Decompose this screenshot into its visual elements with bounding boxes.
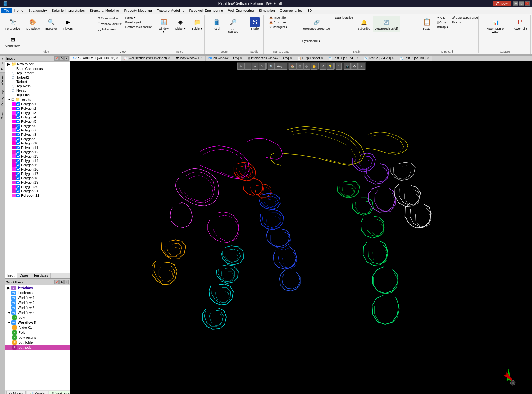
tab-message-log[interactable]: Message log — [0, 88, 5, 109]
vp-btn-fit[interactable]: ⊡ — [296, 63, 303, 70]
tree-item-polygon-15[interactable]: Polygon 15 — [5, 163, 70, 167]
wf-item-wf1[interactable]: W Workflow 1 — [5, 295, 70, 300]
tab-templates[interactable]: Templates — [31, 273, 51, 278]
poly-checkbox-14[interactable] — [16, 159, 20, 163]
tab-well-section[interactable]: 📈 Well section (Well Intersect) ✕ — [121, 56, 173, 61]
panel-float-button[interactable]: ⧉ — [59, 56, 64, 61]
all-sources-button[interactable]: 🔎 All sources — [225, 16, 241, 35]
sheet-tab-close[interactable]: ✕ — [321, 57, 323, 60]
poly-checkbox-3[interactable] — [16, 111, 20, 115]
tab-test3[interactable]: 📉 Test_3 [SSTVD] ✕ — [397, 56, 432, 61]
tree-item-polygon-12[interactable]: Polygon 12 — [5, 150, 70, 154]
close-button[interactable]: ✕ — [525, 1, 530, 6]
tab-input[interactable]: Input — [5, 273, 17, 278]
menu-simulation[interactable]: Simulation — [256, 8, 277, 13]
tree-item-polygon-22[interactable]: Polygon 22 — [5, 193, 70, 198]
tree-item-polygon-5[interactable]: Polygon 5 — [5, 119, 70, 124]
tree-item-polygon-17[interactable]: Polygon 17 — [5, 172, 70, 176]
poly-checkbox-1[interactable] — [16, 102, 20, 106]
menu-well[interactable]: Well Engineering — [225, 8, 256, 13]
tree-item-polygon-9[interactable]: Polygon 9 — [5, 137, 70, 141]
tree-item-polygon-8[interactable]: Polygon 8 — [5, 132, 70, 137]
tree-item-polygon-11[interactable]: Polygon 11 — [5, 145, 70, 150]
poly-checkbox-19[interactable] — [16, 181, 20, 184]
vp-btn-rotate[interactable]: ↺ — [320, 63, 326, 70]
checkbox-results[interactable]: ☑ — [11, 98, 14, 101]
tree-item-polygon-4[interactable]: Polygon 4 — [5, 115, 70, 119]
tree-item-polygon-2[interactable]: Polygon 2 — [5, 106, 70, 111]
poly-checkbox-6[interactable] — [16, 124, 20, 128]
restore-tools-button[interactable]: Restore tools position — [124, 25, 154, 29]
tree-item-polygon-14[interactable]: Polygon 14 — [5, 158, 70, 163]
poly-checkbox-9[interactable] — [16, 137, 20, 141]
menu-home[interactable]: Home — [12, 8, 26, 13]
vp-btn-nav4[interactable]: ⟳ — [259, 63, 266, 70]
data-liberation-button[interactable]: Data liberation — [334, 16, 355, 20]
paint-button[interactable]: Paint ▾ — [451, 20, 480, 25]
poly-checkbox-18[interactable] — [16, 176, 20, 180]
panes-button[interactable]: Panes ▾ — [124, 16, 154, 20]
tree-item-polygon-16[interactable]: Polygon 16 — [5, 167, 70, 172]
wf-item-poly-results[interactable]: P poly-results — [5, 335, 70, 340]
poly-checkbox-15[interactable] — [16, 163, 20, 167]
map-tab-close[interactable]: ✕ — [200, 57, 203, 60]
tree-item-polygon-1[interactable]: Polygon 1 — [5, 102, 70, 106]
test3-tab-close[interactable]: ✕ — [427, 57, 430, 60]
menu-reservoir[interactable]: Reservoir Engineering — [187, 8, 226, 13]
tree-item-tarbert1[interactable]: ⬡ Tarbert1 — [5, 80, 70, 84]
menu-fracture[interactable]: Fracture Modeling — [154, 8, 187, 13]
autorefresh-button[interactable]: 🔄 Autorefresh on/off — [373, 16, 400, 32]
tree-item-polygon-19[interactable]: Polygon 19 — [5, 180, 70, 185]
studio-button[interactable]: S Studio — [247, 16, 262, 32]
panel-close-button[interactable]: ✕ — [64, 56, 69, 61]
tab-workflows[interactable]: ⚙ Workflows — [49, 391, 73, 394]
synchronize-button[interactable]: Synchronize ▾ — [301, 39, 322, 43]
wf-item-folder01[interactable]: F folder 01 — [5, 325, 70, 330]
vp-btn-camera[interactable]: 📷 — [344, 63, 351, 70]
inspector-button[interactable]: 🔍 Inspector — [43, 16, 59, 32]
tree-item-new-folder[interactable]: ▶ 📁 New folder — [5, 62, 70, 66]
menu-3d[interactable]: 3D — [305, 8, 314, 13]
export-file-button[interactable]: 📤 Export file — [268, 20, 289, 25]
clone-window-button[interactable]: ⧉ Clone window — [96, 16, 123, 21]
perspective-button[interactable]: 🔭 Perspective — [3, 16, 22, 32]
tab-output-sheet[interactable]: 📋 Output sheet ✕ — [295, 56, 326, 61]
wf-item-variables[interactable]: ▶ V Variables — [5, 285, 70, 290]
wf-item-out-poly[interactable]: P out_poly — [5, 345, 70, 350]
managers-button[interactable]: ⚙ Managers ▾ — [268, 25, 289, 29]
wf-item-out-folder[interactable]: F out_folder — [5, 340, 70, 345]
tree-item-polygon-13[interactable]: Polygon 13 — [5, 154, 70, 158]
tree-item-base-cret[interactable]: ⬡ Base Cretaceous — [5, 66, 70, 71]
vp-btn-nav1[interactable]: ⊕ — [237, 63, 244, 70]
copy-appearance-button[interactable]: 🖌 Copy appearance — [451, 16, 480, 20]
maximize-button[interactable]: □ — [519, 1, 524, 6]
vp-btn-zoom[interactable]: 🔍 — [268, 63, 275, 70]
vp-btn-orbit[interactable]: ◎ — [303, 63, 310, 70]
tree-item-top-tarbert[interactable]: ⬡ Top Tarbert — [5, 71, 70, 75]
subscribe-button[interactable]: 🔔 Subscribe — [356, 16, 372, 32]
well-tab-close[interactable]: ✕ — [168, 57, 171, 60]
tab-map-window[interactable]: 🗺 Map window 1 ✕ — [173, 56, 206, 61]
tree-item-tarbert2[interactable]: ⬡ Tarbert2 — [5, 75, 70, 80]
vp-btn-mic[interactable]: 🎙 — [358, 63, 365, 70]
tab-test2[interactable]: 📉 Test_2 [SSTVD] ✕ — [361, 56, 397, 61]
wf-item-wf4[interactable]: ▼ W Workflow 4 — [5, 310, 70, 315]
wf-panel-close-button[interactable]: ✕ — [64, 280, 69, 284]
poly-checkbox-21[interactable] — [16, 189, 20, 193]
paste-button[interactable]: 📋 Paste — [419, 16, 434, 32]
window-layout-button[interactable]: ⊟ Window layout ▾ — [96, 21, 123, 26]
vp-btn-pan[interactable]: ✋ — [311, 63, 317, 70]
cut-button[interactable]: ✂ Cut — [435, 16, 450, 20]
3d-tab-close[interactable]: ✕ — [116, 57, 119, 60]
tab-results[interactable]: 📊 Results — [27, 391, 48, 394]
test2-tab-close[interactable]: ✕ — [392, 57, 394, 60]
players-button[interactable]: ▶ Players — [60, 16, 76, 32]
tab-intersection[interactable]: ⊞ Intersection window 1 [Any] ✕ — [245, 56, 295, 61]
int-tab-close[interactable]: ✕ — [290, 57, 292, 60]
menu-seismic[interactable]: Seismic Interpretation — [49, 8, 87, 13]
minimize-button[interactable]: ─ — [513, 1, 518, 6]
vp-any-dropdown[interactable]: Any ▾ — [275, 63, 287, 70]
poly-checkbox-17[interactable] — [16, 172, 20, 176]
menu-file[interactable]: File — [1, 8, 12, 13]
wf-item-wf3[interactable]: W Workflow 3 — [5, 305, 70, 310]
